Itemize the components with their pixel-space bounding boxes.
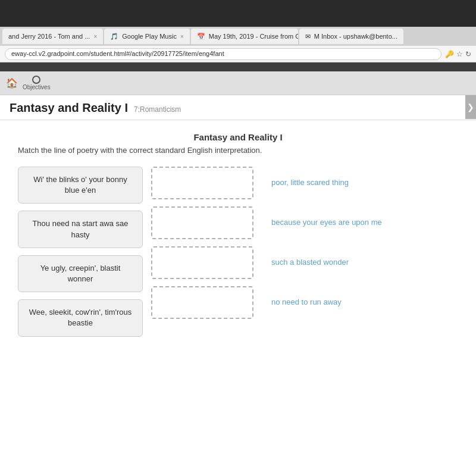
source-card-3-text: Ye ugly, creepin', blastit wonner xyxy=(27,263,134,284)
browser-tab-4[interactable]: ✉ M Inbox - upshawk@bento... xyxy=(299,29,403,44)
lock-icon: 🔑 xyxy=(445,50,454,58)
home-icon[interactable]: 🏠 xyxy=(6,77,18,89)
page-title-bar: Fantasy and Reality I 7:Romanticism xyxy=(0,95,476,120)
tab-2-label: Google Play Music xyxy=(122,33,177,40)
match-option-1-text: poor, little scared thing xyxy=(271,177,349,188)
match-option-2-text: because your eyes are upon me xyxy=(271,217,382,228)
source-card-2[interactable]: Thou need na start awa sae hasty xyxy=(18,211,143,248)
objectives-nav[interactable]: Objectives xyxy=(23,76,51,90)
objectives-icon xyxy=(32,76,40,84)
match-option-2[interactable]: because your eyes are upon me xyxy=(271,206,382,239)
match-option-3[interactable]: such a blasted wonder xyxy=(271,246,382,279)
objectives-label: Objectives xyxy=(23,84,51,90)
refresh-icon[interactable]: ↻ xyxy=(465,50,471,58)
nav-chevron[interactable]: ❯ xyxy=(465,95,476,119)
nav-bar: 🏠 Objectives xyxy=(0,71,476,95)
tab-4-icon: ✉ xyxy=(305,33,311,40)
match-option-3-text: such a blasted wonder xyxy=(271,257,349,268)
address-bar: eway-ccl.v2.gradpoint.com/student.html#/… xyxy=(0,46,476,62)
browser-tab-1[interactable]: and Jerry 2016 - Tom and ... × xyxy=(2,29,103,44)
browser-top-bar xyxy=(0,0,476,27)
browser-tab-bar: and Jerry 2016 - Tom and ... × 🎵 Google … xyxy=(0,27,476,46)
tab-4-label: M Inbox - upshawk@bento... xyxy=(314,33,397,40)
drop-zone-1[interactable] xyxy=(151,167,253,199)
match-option-4[interactable]: no need to run away xyxy=(271,286,382,319)
content-area: Fantasy and Reality I Match the line of … xyxy=(0,120,476,349)
activity-title: Fantasy and Reality I xyxy=(18,132,458,142)
page-title: Fantasy and Reality I xyxy=(10,101,128,115)
tab-2-icon: 🎵 xyxy=(110,33,118,40)
tab-1-label: and Jerry 2016 - Tom and ... xyxy=(8,33,90,40)
source-card-4[interactable]: Wee, sleekit, cow'rin', tim'rous beastie xyxy=(18,299,143,336)
address-input[interactable]: eway-ccl.v2.gradpoint.com/student.html#/… xyxy=(5,48,441,60)
browser-tab-3[interactable]: 📅 May 19th, 2019 - Cruise from G... × xyxy=(191,29,298,44)
address-icons: 🔑 ☆ ↻ xyxy=(445,50,471,58)
page-wrapper: 🏠 Objectives ❯ Fantasy and Reality I 7:R… xyxy=(0,71,476,476)
drop-zone-4[interactable] xyxy=(151,286,253,319)
activity-instructions: Match the line of poetry with the correc… xyxy=(18,146,458,155)
match-option-1[interactable]: poor, little scared thing xyxy=(271,167,382,199)
tab-3-label: May 19th, 2019 - Cruise from G... xyxy=(209,33,298,40)
right-column: poor, little scared thing because your e… xyxy=(262,167,382,319)
page-subtitle: 7:Romanticism xyxy=(134,105,181,114)
match-option-4-text: no need to run away xyxy=(271,297,342,308)
center-column xyxy=(143,167,262,319)
star-icon[interactable]: ☆ xyxy=(456,50,463,58)
matching-container: Wi' the blinks o' your bonny blue e'en T… xyxy=(18,167,458,337)
tab-3-icon: 📅 xyxy=(197,33,205,40)
source-card-2-text: Thou need na start awa sae hasty xyxy=(27,218,134,240)
tab-2-close[interactable]: × xyxy=(180,33,184,40)
drop-zone-3[interactable] xyxy=(151,246,253,279)
source-card-3[interactable]: Ye ugly, creepin', blastit wonner xyxy=(18,255,143,292)
source-card-1-text: Wi' the blinks o' your bonny blue e'en xyxy=(27,174,134,196)
source-card-1[interactable]: Wi' the blinks o' your bonny blue e'en xyxy=(18,167,143,203)
tab-1-close[interactable]: × xyxy=(93,33,97,40)
left-column: Wi' the blinks o' your bonny blue e'en T… xyxy=(18,167,143,337)
browser-chrome: and Jerry 2016 - Tom and ... × 🎵 Google … xyxy=(0,0,476,71)
drop-zone-2[interactable] xyxy=(151,206,253,239)
source-card-4-text: Wee, sleekit, cow'rin', tim'rous beastie xyxy=(27,307,134,328)
browser-tab-2[interactable]: 🎵 Google Play Music × xyxy=(104,29,190,44)
